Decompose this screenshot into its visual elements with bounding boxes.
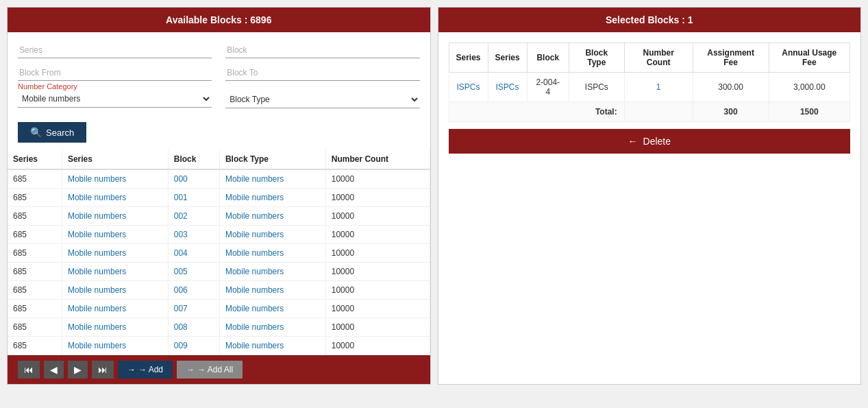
- right-cell-block: 2-004-4: [527, 73, 569, 102]
- add-all-button[interactable]: → → Add All: [177, 361, 243, 379]
- first-page-button[interactable]: ⏮: [18, 361, 40, 379]
- cell-series2: Mobile numbers: [62, 226, 168, 244]
- add-all-arrow-icon: →: [186, 365, 195, 374]
- block-input[interactable]: [225, 43, 419, 58]
- block-to-field-group: Block Type: [225, 65, 419, 108]
- block-from-input[interactable]: [18, 65, 212, 81]
- table-row[interactable]: 685 Mobile numbers 002 Mobile numbers 10…: [8, 207, 430, 226]
- cell-block-type: Mobile numbers: [219, 189, 325, 207]
- selected-blocks-table: Series Series Block Block Type Number Co…: [449, 43, 851, 122]
- cell-block-type: Mobile numbers: [219, 169, 325, 189]
- cell-block: 006: [168, 281, 219, 300]
- cell-block-type: Mobile numbers: [219, 300, 325, 318]
- right-col-series2: Series: [488, 43, 527, 73]
- col-series2: Series: [62, 149, 168, 169]
- add-all-button-label: → Add All: [197, 365, 233, 374]
- cell-count: 10000: [325, 300, 430, 318]
- cell-series1: 685: [8, 300, 62, 318]
- right-panel-content: Series Series Block Block Type Number Co…: [438, 32, 861, 164]
- total-count-cell: [624, 102, 693, 122]
- cell-block-type: Mobile numbers: [219, 244, 325, 263]
- series-field-group: [18, 43, 212, 58]
- delete-button[interactable]: ← Delete: [449, 129, 851, 154]
- search-icon: 🔍: [30, 127, 42, 138]
- cell-count: 10000: [325, 207, 430, 226]
- cell-series2: Mobile numbers: [62, 244, 168, 263]
- cell-count: 10000: [325, 169, 430, 189]
- delete-arrow-icon: ←: [628, 136, 638, 147]
- results-table-body: 685 Mobile numbers 000 Mobile numbers 10…: [8, 169, 430, 355]
- col-block-type: Block Type: [219, 149, 325, 169]
- table-row[interactable]: 685 Mobile numbers 003 Mobile numbers 10…: [8, 226, 430, 244]
- cell-block-type: Mobile numbers: [219, 318, 325, 337]
- search-form: Number Category Mobile numbers Block Typ…: [8, 32, 430, 119]
- cell-count: 10000: [325, 226, 430, 244]
- right-col-number-count: Number Count: [624, 43, 693, 73]
- block-field-group: [225, 43, 419, 58]
- right-col-block-type: Block Type: [569, 43, 624, 73]
- table-row[interactable]: 685 Mobile numbers 001 Mobile numbers 10…: [8, 189, 430, 207]
- table-row[interactable]: 685 Mobile numbers 005 Mobile numbers 10…: [8, 263, 430, 281]
- total-label-cell: Total:: [449, 102, 624, 122]
- selected-blocks-body: ISPCs ISPCs 2-004-4 ISPCs 1 300.00 3,000…: [449, 73, 850, 122]
- search-button[interactable]: 🔍 Search: [18, 122, 86, 143]
- total-assignment-cell: 300: [693, 102, 769, 122]
- cell-count: 10000: [325, 318, 430, 337]
- right-col-series1: Series: [449, 43, 488, 73]
- table-row[interactable]: 685 Mobile numbers 008 Mobile numbers 10…: [8, 318, 430, 337]
- cell-block: 005: [168, 263, 219, 281]
- cell-series2: Mobile numbers: [62, 318, 168, 337]
- right-col-assignment-fee: Assignment Fee: [693, 43, 769, 73]
- cell-block: 001: [168, 189, 219, 207]
- delete-button-label: Delete: [643, 136, 671, 147]
- block-from-field-group: Number Category Mobile numbers: [18, 65, 212, 108]
- table-row[interactable]: 685 Mobile numbers 000 Mobile numbers 10…: [8, 169, 430, 189]
- right-cell-series2: ISPCs: [488, 73, 527, 102]
- cell-block: 000: [168, 169, 219, 189]
- last-page-button[interactable]: ⏭: [92, 361, 114, 379]
- add-button-label: → Add: [138, 365, 163, 374]
- left-panel-header: Available Blocks : 6896: [8, 8, 430, 32]
- selected-table-row[interactable]: ISPCs ISPCs 2-004-4 ISPCs 1 300.00 3,000…: [449, 73, 850, 102]
- right-table-header-row: Series Series Block Block Type Number Co…: [449, 43, 850, 73]
- cell-series2: Mobile numbers: [62, 337, 168, 355]
- col-block: Block: [168, 149, 219, 169]
- table-row[interactable]: 685 Mobile numbers 004 Mobile numbers 10…: [8, 244, 430, 263]
- cell-series1: 685: [8, 263, 62, 281]
- right-panel-header: Selected Blocks : 1: [438, 8, 861, 32]
- col-number-count: Number Count: [325, 149, 430, 169]
- cell-block: 009: [168, 337, 219, 355]
- results-table-wrapper: Series Series Block Block Type Number Co…: [8, 149, 430, 355]
- right-col-annual-fee: Annual Usage Fee: [769, 43, 850, 73]
- cell-series2: Mobile numbers: [62, 189, 168, 207]
- prev-page-button[interactable]: ◀: [44, 361, 64, 379]
- cell-series1: 685: [8, 207, 62, 226]
- cell-series1: 685: [8, 169, 62, 189]
- block-type-select[interactable]: Block Type: [225, 91, 419, 108]
- cell-block-type: Mobile numbers: [219, 226, 325, 244]
- add-button[interactable]: → → Add: [118, 361, 173, 379]
- block-to-input[interactable]: [225, 65, 419, 81]
- cell-series1: 685: [8, 189, 62, 207]
- left-panel: Available Blocks : 6896 Number Category …: [7, 7, 431, 385]
- cell-series1: 685: [8, 226, 62, 244]
- right-cell-assignment-fee: 300.00: [693, 73, 769, 102]
- table-row[interactable]: 685 Mobile numbers 009 Mobile numbers 10…: [8, 337, 430, 355]
- cell-block-type: Mobile numbers: [219, 337, 325, 355]
- cell-series1: 685: [8, 281, 62, 300]
- right-col-block: Block: [527, 43, 569, 73]
- table-row[interactable]: 685 Mobile numbers 007 Mobile numbers 10…: [8, 300, 430, 318]
- search-button-label: Search: [46, 128, 74, 138]
- table-header-row: Series Series Block Block Type Number Co…: [8, 149, 430, 169]
- cell-block: 008: [168, 318, 219, 337]
- results-table: Series Series Block Block Type Number Co…: [8, 149, 430, 355]
- cell-block-type: Mobile numbers: [219, 281, 325, 300]
- cell-block: 007: [168, 300, 219, 318]
- number-category-select[interactable]: Mobile numbers: [18, 91, 212, 108]
- next-page-button[interactable]: ▶: [68, 361, 88, 379]
- table-row[interactable]: 685 Mobile numbers 006 Mobile numbers 10…: [8, 281, 430, 300]
- cell-count: 10000: [325, 244, 430, 263]
- cell-count: 10000: [325, 189, 430, 207]
- series-input[interactable]: [18, 43, 212, 58]
- cell-series2: Mobile numbers: [62, 263, 168, 281]
